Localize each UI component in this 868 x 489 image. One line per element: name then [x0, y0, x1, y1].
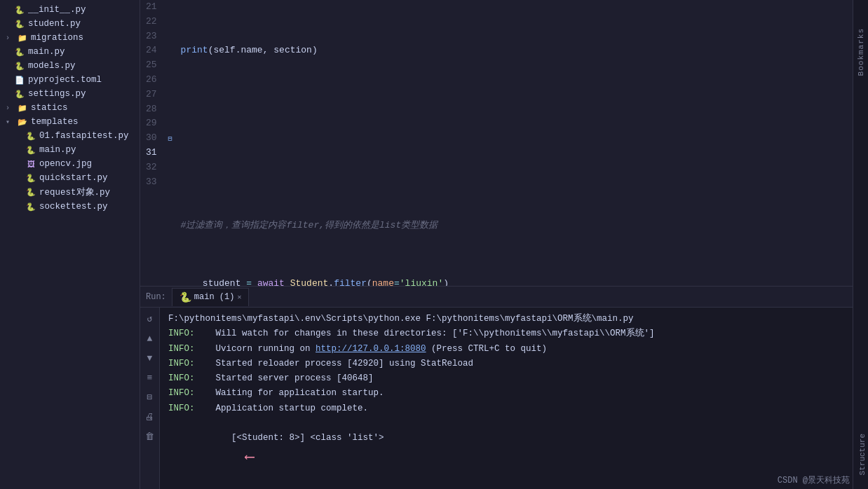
run-label: Run:	[146, 292, 166, 302]
folder-icon-templates: 📂	[17, 116, 28, 128]
file-tree-item-migrations[interactable]: 📁 migrations	[0, 31, 140, 45]
file-name-models: models.py	[28, 61, 76, 71]
fold-21	[165, 0, 175, 15]
code-content[interactable]: print(self.name, section) #过滤查询，查询指定内容fi…	[175, 0, 853, 286]
t-line-1: INFO: Will watch for changes in these di…	[168, 326, 844, 341]
fold-30[interactable]: ⊟	[165, 131, 175, 146]
file-tree-item-pyproject[interactable]: 📄 pyproject.toml	[0, 73, 140, 87]
fold-25	[165, 58, 175, 73]
t-line-5: INFO: Waiting for application startup.	[168, 386, 844, 401]
file-name-opencv: opencv.jpg	[39, 159, 92, 169]
img-icon-opencv: 🖼	[25, 158, 36, 170]
line-num-31: 31	[146, 146, 157, 160]
line-num-23: 23	[146, 29, 157, 44]
file-name-migrations: migrations	[31, 33, 83, 43]
scroll-up-btn[interactable]: ▲	[143, 331, 157, 345]
file-tree-item-main[interactable]: 🐍 main.py	[0, 45, 140, 59]
line-num-33: 33	[146, 175, 157, 190]
chevron-templates	[6, 118, 15, 126]
file-tree-item-settings[interactable]: 🐍 settings.py	[0, 87, 140, 101]
clear-btn[interactable]: 🗑	[143, 429, 157, 443]
line-numbers: 21 22 23 24 25 26 27 28 29 30 31 32 33	[140, 0, 165, 286]
file-tree-item-request[interactable]: 🐍 request对象.py	[0, 185, 140, 200]
t-line-2: INFO: Uvicorn running on http://127.0.0.…	[168, 342, 844, 357]
file-name-quickstart: quickstart.py	[39, 173, 108, 183]
file-tree-item-statics[interactable]: 📁 statics	[0, 101, 140, 115]
split-btn[interactable]: ⊟	[143, 390, 157, 404]
file-name-sockettest: sockettest.py	[39, 202, 108, 212]
chevron-migrations	[6, 34, 15, 42]
code-line-25: student = await Student.filter(name='liu…	[181, 277, 847, 286]
file-name-templates: templates	[31, 117, 79, 127]
chevron-statics	[6, 104, 15, 112]
file-name-main2: main.py	[39, 145, 76, 155]
folder-icon-migrations: 📁	[17, 32, 28, 43]
py-icon-main: 🐍	[14, 46, 25, 57]
fold-28	[165, 102, 175, 117]
t-line-4: INFO: Started server process [40648]	[168, 371, 844, 386]
folder-icon-statics: 📁	[17, 102, 28, 113]
file-tree-item-fastapi[interactable]: 🐍 01.fastapitest.py	[0, 129, 140, 143]
fold-22	[165, 15, 175, 29]
code-editor: 21 22 23 24 25 26 27 28 29 30 31 32 33	[140, 0, 853, 286]
red-arrow-result: ⟵	[245, 449, 254, 465]
py-icon-request: 🐍	[25, 187, 36, 198]
file-tree-item-init[interactable]: 🐍 __init__.py	[0, 3, 140, 17]
structure-label: Structure	[858, 434, 867, 475]
terminal-side-icons: ↺ ▲ ▼ ≡ ⊟ 🖨 🗑	[140, 308, 160, 489]
rerun-btn[interactable]: ↺	[143, 312, 157, 326]
file-name-statics: statics	[31, 103, 68, 113]
line-num-29: 29	[146, 116, 157, 131]
file-name-main: main.py	[28, 47, 65, 57]
tab-close-btn[interactable]: ✕	[237, 293, 241, 301]
file-tree-item-student[interactable]: 🐍 student.py	[0, 17, 140, 31]
code-line-23	[181, 160, 847, 175]
fold-27	[165, 88, 175, 102]
line-num-28: 28	[146, 102, 157, 117]
terminal-output[interactable]: F:\pythonitems\myfastapi\.env\Scripts\py…	[160, 308, 853, 489]
terminal-tab-main[interactable]: 🐍 main (1) ✕	[172, 288, 250, 306]
terminal-tab-label: main (1)	[194, 292, 235, 302]
t-line-liuxin: liuxin ⟵	[168, 485, 844, 490]
file-tree-item-opencv[interactable]: 🖼 opencv.jpg	[0, 157, 140, 171]
file-tree-item-templates[interactable]: 📂 templates	[0, 115, 140, 129]
file-tree-item-quickstart[interactable]: 🐍 quickstart.py	[0, 171, 140, 185]
file-name-pyproject: pyproject.toml	[28, 75, 102, 85]
t-line-3: INFO: Started reloader process [42920] u…	[168, 357, 844, 371]
file-tree-item-models[interactable]: 🐍 models.py	[0, 59, 140, 73]
print-btn[interactable]: 🖨	[143, 410, 157, 424]
file-tree: 🐍 __init__.py 🐍 student.py 📁 migrations …	[0, 0, 140, 489]
file-name-init: __init__.py	[28, 5, 86, 15]
right-sidebar: Bookmarks Structure	[853, 0, 868, 489]
file-tree-item-main2[interactable]: 🐍 main.py	[0, 143, 140, 157]
line-num-32: 32	[146, 160, 157, 175]
py-icon-main2: 🐍	[25, 144, 36, 156]
file-tree-item-sockettest[interactable]: 🐍 sockettest.py	[0, 200, 140, 214]
line-num-25: 25	[146, 58, 157, 73]
file-name-request: request对象.py	[39, 186, 110, 198]
bookmarks-label: Bookmarks	[857, 28, 865, 76]
t-line-result: [<Student: 8>] <class 'list'> ⟵	[168, 416, 844, 485]
fold-32	[165, 160, 175, 175]
py-icon-student: 🐍	[14, 18, 25, 29]
file-name-settings: settings.py	[28, 89, 86, 99]
t-line-6: INFO: Application startup complete.	[168, 401, 844, 416]
fold-gutter: ⊟	[165, 0, 175, 286]
py-icon-quickstart: 🐍	[25, 172, 36, 184]
file-name-student: student.py	[28, 19, 81, 29]
line-num-30: 30	[146, 131, 157, 146]
terminal-tabs: Run: 🐍 main (1) ✕	[140, 287, 853, 308]
fold-31	[165, 146, 175, 160]
code-line-22	[181, 102, 847, 117]
watermark: CSDN @景天科技苑	[778, 474, 850, 486]
line-num-24: 24	[146, 43, 157, 58]
uvicorn-link[interactable]: http://127.0.0.1:8080	[316, 344, 426, 354]
wrap-btn[interactable]: ≡	[143, 371, 157, 385]
scroll-down-btn[interactable]: ▼	[143, 351, 157, 365]
file-name-fastapi: 01.fastapitest.py	[39, 131, 129, 141]
line-num-26: 26	[146, 73, 157, 88]
terminal-content-wrapper: ↺ ▲ ▼ ≡ ⊟ 🖨 🗑 F:\pythonitems\myfastapi\.…	[140, 308, 853, 489]
t-line-path: F:\pythonitems\myfastapi\.env\Scripts\py…	[168, 312, 844, 326]
py-icon-fastapi: 🐍	[25, 130, 36, 142]
code-line-24: #过滤查询，查询指定内容filter,得到的依然是list类型数据	[181, 219, 847, 233]
